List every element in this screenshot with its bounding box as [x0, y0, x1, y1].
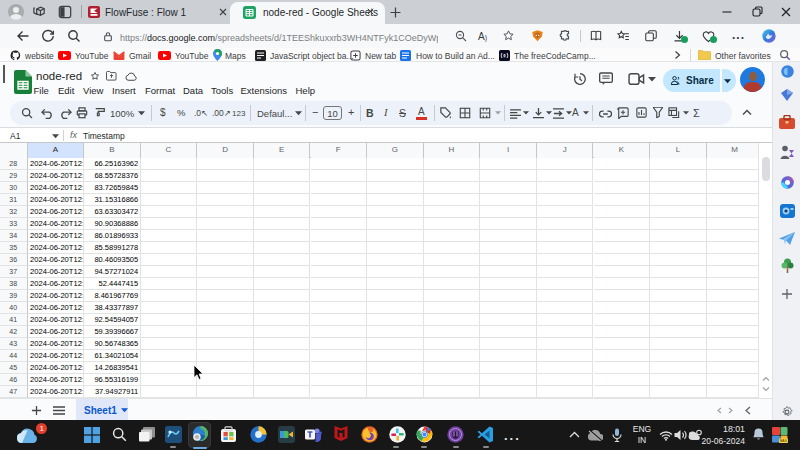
svg-text:BAS: BAS — [780, 439, 788, 443]
